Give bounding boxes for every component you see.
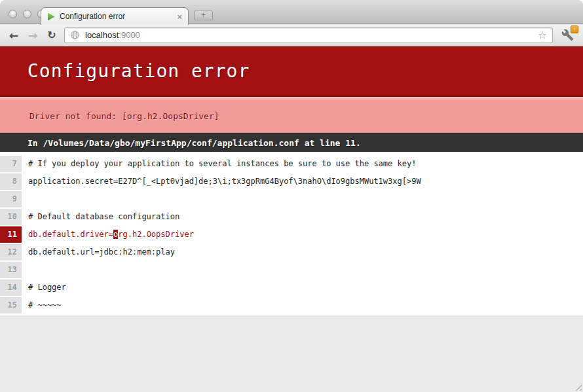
line-code: # If you deploy your application to seve…	[22, 155, 416, 173]
forward-button[interactable]: →	[26, 28, 39, 43]
code-line: 9	[0, 190, 583, 208]
window-close-button[interactable]	[9, 10, 17, 18]
address-bar[interactable]: localhost:9000 ☆	[64, 27, 553, 43]
code-line: 14 # Logger	[0, 279, 583, 296]
page-title: Configuration error	[28, 60, 250, 82]
error-detail-banner: Driver not found: [org.h2.OopsDriver]	[0, 97, 583, 133]
line-number: 12	[0, 244, 22, 260]
line-code: # ~~~~~	[22, 296, 62, 314]
title-bar: Configuration error × +	[0, 0, 583, 24]
line-code: # Default database configuration	[22, 208, 179, 226]
reload-button[interactable]: ↻	[45, 28, 58, 43]
update-badge[interactable]: ↑	[571, 26, 578, 33]
url-host: localhost	[85, 30, 119, 40]
window-minimize-button[interactable]	[23, 10, 31, 18]
line-code: application.secret=E27D^[_<Lpt0vjad]de;3…	[22, 173, 421, 190]
error-header: Configuration error	[0, 46, 583, 97]
url-text[interactable]: localhost:9000	[85, 30, 140, 40]
line-code	[22, 261, 28, 279]
browser-toolbar: ← → ↻ localhost:9000 ☆ ↑	[0, 24, 583, 46]
line-number: 14	[0, 279, 22, 296]
code-after-marker: rg.h2.OopsDriver	[118, 230, 194, 239]
code-line: 8 application.secret=E27D^[_<Lpt0vjad]de…	[0, 173, 583, 190]
line-number: 15	[0, 297, 22, 313]
page-background	[0, 315, 583, 392]
line-code: # Logger	[22, 279, 66, 296]
source-location-bar: In /Volumes/Data/gbo/myFirstApp/conf/app…	[0, 133, 583, 152]
back-button[interactable]: ←	[7, 28, 20, 43]
line-number: 11	[0, 226, 22, 243]
new-tab-button[interactable]: +	[194, 10, 213, 20]
line-number: 8	[0, 173, 22, 190]
browser-tab[interactable]: Configuration error ×	[41, 7, 189, 25]
page-content: Configuration error Driver not found: [o…	[0, 46, 583, 392]
browser-window: Configuration error × + ← → ↻ localhost:…	[0, 0, 583, 392]
line-number: 10	[0, 209, 22, 225]
browser-menu-button[interactable]: ↑	[559, 27, 576, 44]
line-code: db.default.driver=org.h2.OopsDriver	[22, 226, 194, 243]
code-line-error: 11 db.default.driver=org.h2.OopsDriver	[0, 226, 583, 243]
line-number: 7	[0, 156, 22, 172]
code-line: 15 # ~~~~~	[0, 296, 583, 314]
tab-title: Configuration error	[60, 12, 177, 21]
globe-icon	[70, 30, 80, 40]
bookmark-star-icon[interactable]: ☆	[538, 30, 547, 41]
source-location-text: In /Volumes/Data/gbo/myFirstApp/conf/app…	[28, 138, 361, 148]
code-line: 7 # If you deploy your application to se…	[0, 155, 583, 173]
tab-close-icon[interactable]: ×	[177, 12, 182, 21]
code-line: 12 db.default.url=jdbc:h2:mem:play	[0, 243, 583, 261]
line-code: db.default.url=jdbc:h2:mem:play	[22, 243, 175, 261]
window-resize-grip[interactable]	[573, 382, 582, 391]
code-before-marker: db.default.driver=	[28, 230, 113, 239]
line-number: 13	[0, 262, 22, 278]
line-code	[22, 190, 28, 208]
play-framework-icon	[47, 12, 55, 21]
url-port: :9000	[119, 30, 140, 40]
code-line: 13	[0, 261, 583, 279]
line-number: 9	[0, 191, 22, 207]
source-code-listing: 7 # If you deploy your application to se…	[0, 152, 583, 315]
error-detail-text: Driver not found: [org.h2.OopsDriver]	[29, 111, 219, 121]
code-line: 10 # Default database configuration	[0, 208, 583, 226]
